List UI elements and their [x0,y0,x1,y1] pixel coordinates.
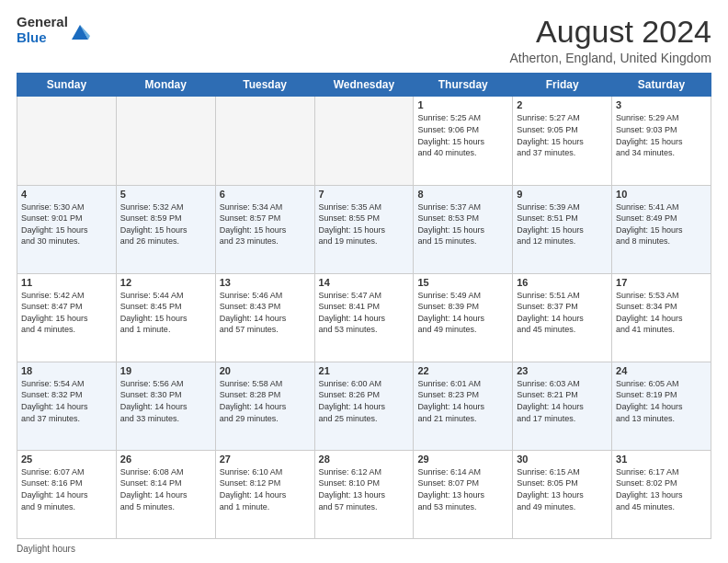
calendar-week-row: 25Sunrise: 6:07 AM Sunset: 8:16 PM Dayli… [17,450,711,538]
day-info: Sunrise: 5:44 AM Sunset: 8:45 PM Dayligh… [120,290,211,336]
main-title: August 2024 [510,15,711,49]
footer-label: Daylight hours [17,544,75,554]
calendar-day-header: Sunday [17,74,117,97]
day-info: Sunrise: 5:58 AM Sunset: 8:28 PM Dayligh… [220,378,311,424]
calendar-cell: 1Sunrise: 5:25 AM Sunset: 9:06 PM Daylig… [414,97,513,185]
calendar-cell: 15Sunrise: 5:49 AM Sunset: 8:39 PM Dayli… [414,273,513,362]
day-number: 28 [319,454,410,465]
day-info: Sunrise: 5:27 AM Sunset: 9:05 PM Dayligh… [517,112,608,158]
day-info: Sunrise: 5:25 AM Sunset: 9:06 PM Dayligh… [417,112,508,158]
calendar-cell [314,97,414,185]
calendar-week-row: 18Sunrise: 5:54 AM Sunset: 8:32 PM Dayli… [17,362,711,450]
calendar-week-row: 11Sunrise: 5:42 AM Sunset: 8:47 PM Dayli… [17,273,711,362]
day-number: 20 [220,365,311,376]
day-number: 17 [616,277,707,288]
day-info: Sunrise: 6:00 AM Sunset: 8:26 PM Dayligh… [319,378,410,424]
day-info: Sunrise: 5:49 AM Sunset: 8:39 PM Dayligh… [417,290,508,336]
day-number: 23 [517,365,608,376]
calendar-day-header: Friday [513,74,612,97]
calendar-cell: 26Sunrise: 6:08 AM Sunset: 8:14 PM Dayli… [116,450,215,538]
calendar-cell: 16Sunrise: 5:51 AM Sunset: 8:37 PM Dayli… [513,273,612,362]
day-info: Sunrise: 5:56 AM Sunset: 8:30 PM Dayligh… [120,378,211,424]
day-info: Sunrise: 6:10 AM Sunset: 8:12 PM Dayligh… [220,466,311,512]
day-info: Sunrise: 5:46 AM Sunset: 8:43 PM Dayligh… [220,290,311,336]
day-info: Sunrise: 5:42 AM Sunset: 8:47 PM Dayligh… [21,290,112,336]
day-info: Sunrise: 5:53 AM Sunset: 8:34 PM Dayligh… [616,290,707,336]
day-number: 13 [220,277,311,288]
calendar-day-header: Monday [116,74,215,97]
calendar-cell: 27Sunrise: 6:10 AM Sunset: 8:12 PM Dayli… [215,450,314,538]
day-number: 26 [120,454,211,465]
calendar-cell [215,97,314,185]
title-section: August 2024 Atherton, England, United Ki… [510,15,711,65]
calendar-cell: 10Sunrise: 5:41 AM Sunset: 8:49 PM Dayli… [612,185,711,273]
calendar-cell: 21Sunrise: 6:00 AM Sunset: 8:26 PM Dayli… [314,362,414,450]
day-number: 30 [517,454,608,465]
day-info: Sunrise: 6:17 AM Sunset: 8:02 PM Dayligh… [616,466,707,512]
calendar-cell: 17Sunrise: 5:53 AM Sunset: 8:34 PM Dayli… [612,273,711,362]
calendar-cell: 14Sunrise: 5:47 AM Sunset: 8:41 PM Dayli… [314,273,414,362]
calendar-cell [116,97,215,185]
day-info: Sunrise: 5:51 AM Sunset: 8:37 PM Dayligh… [517,290,608,336]
calendar-week-row: 4Sunrise: 5:30 AM Sunset: 9:01 PM Daylig… [17,185,711,273]
calendar-day-header: Saturday [612,74,711,97]
day-info: Sunrise: 6:01 AM Sunset: 8:23 PM Dayligh… [417,378,508,424]
day-number: 15 [417,277,508,288]
logo-icon [70,23,90,43]
day-number: 24 [616,365,707,376]
day-number: 7 [319,189,410,200]
calendar-cell: 2Sunrise: 5:27 AM Sunset: 9:05 PM Daylig… [513,97,612,185]
logo: General Blue [17,15,90,45]
day-info: Sunrise: 6:08 AM Sunset: 8:14 PM Dayligh… [120,466,211,512]
subtitle: Atherton, England, United Kingdom [510,51,711,65]
day-number: 2 [517,99,608,110]
calendar-cell: 29Sunrise: 6:14 AM Sunset: 8:07 PM Dayli… [414,450,513,538]
day-number: 16 [517,277,608,288]
calendar-table: SundayMondayTuesdayWednesdayThursdayFrid… [17,73,711,539]
day-number: 12 [120,277,211,288]
calendar-cell: 13Sunrise: 5:46 AM Sunset: 8:43 PM Dayli… [215,273,314,362]
day-number: 14 [319,277,410,288]
day-number: 18 [21,365,112,376]
calendar-cell: 30Sunrise: 6:15 AM Sunset: 8:05 PM Dayli… [513,450,612,538]
calendar-day-header: Tuesday [215,74,314,97]
day-info: Sunrise: 6:15 AM Sunset: 8:05 PM Dayligh… [517,466,608,512]
day-info: Sunrise: 6:05 AM Sunset: 8:19 PM Dayligh… [616,378,707,424]
page: General Blue August 2024 Atherton, Engla… [0,0,728,563]
calendar-day-header: Thursday [414,74,513,97]
top-section: General Blue August 2024 Atherton, Engla… [17,15,711,65]
day-number: 6 [220,189,311,200]
calendar-cell: 20Sunrise: 5:58 AM Sunset: 8:28 PM Dayli… [215,362,314,450]
calendar-cell: 24Sunrise: 6:05 AM Sunset: 8:19 PM Dayli… [612,362,711,450]
day-number: 1 [417,99,508,110]
day-info: Sunrise: 5:37 AM Sunset: 8:53 PM Dayligh… [417,201,508,247]
calendar-cell: 11Sunrise: 5:42 AM Sunset: 8:47 PM Dayli… [17,273,117,362]
calendar-cell: 5Sunrise: 5:32 AM Sunset: 8:59 PM Daylig… [116,185,215,273]
day-number: 19 [120,365,211,376]
day-number: 29 [417,454,508,465]
day-number: 5 [120,189,211,200]
day-number: 4 [21,189,112,200]
day-number: 10 [616,189,707,200]
day-info: Sunrise: 5:47 AM Sunset: 8:41 PM Dayligh… [319,290,410,336]
calendar-cell: 25Sunrise: 6:07 AM Sunset: 8:16 PM Dayli… [17,450,117,538]
day-number: 25 [21,454,112,465]
day-info: Sunrise: 5:34 AM Sunset: 8:57 PM Dayligh… [220,201,311,247]
logo-blue-text: Blue [17,30,68,46]
calendar-cell: 12Sunrise: 5:44 AM Sunset: 8:45 PM Dayli… [116,273,215,362]
calendar-cell: 8Sunrise: 5:37 AM Sunset: 8:53 PM Daylig… [414,185,513,273]
day-info: Sunrise: 6:07 AM Sunset: 8:16 PM Dayligh… [21,466,112,512]
day-number: 27 [220,454,311,465]
day-number: 9 [517,189,608,200]
day-info: Sunrise: 5:29 AM Sunset: 9:03 PM Dayligh… [616,112,707,158]
calendar-cell: 7Sunrise: 5:35 AM Sunset: 8:55 PM Daylig… [314,185,414,273]
calendar-cell: 3Sunrise: 5:29 AM Sunset: 9:03 PM Daylig… [612,97,711,185]
day-info: Sunrise: 5:35 AM Sunset: 8:55 PM Dayligh… [319,201,410,247]
calendar-day-header: Wednesday [314,74,414,97]
calendar-cell: 31Sunrise: 6:17 AM Sunset: 8:02 PM Dayli… [612,450,711,538]
day-info: Sunrise: 6:14 AM Sunset: 8:07 PM Dayligh… [417,466,508,512]
logo-general-text: General [17,15,68,30]
calendar-cell: 19Sunrise: 5:56 AM Sunset: 8:30 PM Dayli… [116,362,215,450]
day-number: 22 [417,365,508,376]
day-info: Sunrise: 5:30 AM Sunset: 9:01 PM Dayligh… [21,201,112,247]
